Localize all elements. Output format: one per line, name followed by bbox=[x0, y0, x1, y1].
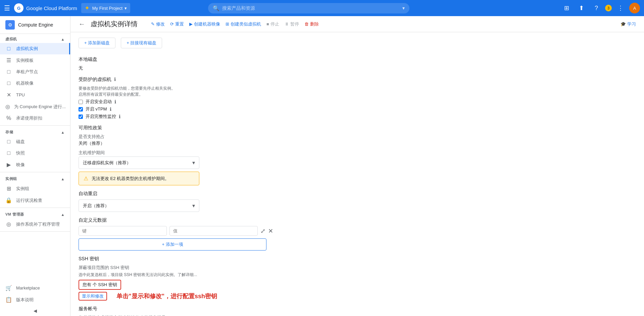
sidebar-item-machine-images[interactable]: □ 机器映像 bbox=[0, 78, 70, 89]
app-logo: G Google Cloud Platform bbox=[14, 3, 77, 13]
avatar[interactable]: A bbox=[629, 3, 640, 13]
sidebar-collapse-btn[interactable]: ◀ bbox=[0, 306, 70, 316]
sidebar-item-compute-ops-label: 为 Compute Engine 进行... bbox=[14, 104, 66, 110]
sidebar-item-marketplace[interactable]: 🛒 Marketplace bbox=[0, 282, 70, 294]
metadata-delete-icon[interactable]: ✕ bbox=[268, 227, 273, 235]
search-dropdown-icon[interactable]: ▾ bbox=[402, 5, 405, 11]
shielded-vm-info-icon[interactable]: ℹ bbox=[114, 77, 116, 82]
content-area: ← 虚拟机实例详情 ✎ 修改 ⟳ 重置 ▶ 创建机器映像 ⊞ 创建类似虚拟机 ■… bbox=[70, 16, 644, 316]
vtpm-checkbox[interactable] bbox=[79, 107, 83, 111]
show-modify-button[interactable]: 显示和修改 bbox=[79, 292, 107, 301]
sidebar-item-instance-templates-label: 实例模板 bbox=[16, 57, 34, 63]
sidebar-item-committed-use[interactable]: % 承诺使用折扣 bbox=[0, 112, 70, 124]
action-edit[interactable]: ✎ 修改 bbox=[151, 21, 165, 27]
auto-restart-title: 自动重启 bbox=[79, 191, 636, 197]
gcp-logo-icon: G bbox=[14, 3, 23, 13]
ssh-count-box: 您有 个 SSH 密钥 bbox=[79, 280, 121, 290]
sidebar: ⚙ Compute Engine 虚拟机 ▲ □ 虚拟机实例 ☰ 实例模板 □ … bbox=[0, 16, 70, 316]
service-account-title: 服务帐号 bbox=[79, 306, 636, 312]
action-stop[interactable]: ■ 停止 bbox=[266, 21, 279, 27]
action-create-similar[interactable]: ⊞ 创建类似虚拟机 bbox=[226, 21, 261, 27]
sidebar-item-release-notes-label: 版本说明 bbox=[16, 297, 34, 303]
sidebar-item-snapshots[interactable]: □ 快照 bbox=[0, 147, 70, 159]
help-icon-btn[interactable]: ? bbox=[590, 2, 602, 14]
main-layout: ⚙ Compute Engine 虚拟机 ▲ □ 虚拟机实例 ☰ 实例模板 □ … bbox=[0, 16, 644, 316]
sidebar-section-instance-groups[interactable]: 实例组 ▲ bbox=[0, 174, 70, 183]
metadata-key-input[interactable] bbox=[79, 226, 167, 236]
checkbox-integrity: 开启完整性监控 ℹ bbox=[79, 114, 636, 120]
tpu-icon: ✕ bbox=[5, 92, 12, 98]
svg-text:G: G bbox=[17, 6, 20, 11]
auto-restart-dropdown[interactable]: 开启（推荐） ▾ bbox=[79, 199, 199, 212]
sidebar-item-machine-images-label: 机器映像 bbox=[16, 80, 34, 86]
disk-buttons: + 添加新磁盘 + 挂接现有磁盘 bbox=[79, 32, 636, 51]
sidebar-item-health-checks[interactable]: 🔒 运行状况检查 bbox=[0, 194, 70, 206]
integrity-checkbox[interactable] bbox=[79, 115, 83, 119]
sidebar-item-vm-instances[interactable]: □ 虚拟机实例 bbox=[0, 43, 70, 54]
sidebar-section-vm-label: 虚拟机 bbox=[5, 37, 17, 42]
sidebar-item-images-label: 映像 bbox=[16, 162, 25, 168]
sidebar-item-committed-use-label: 承诺使用折扣 bbox=[16, 115, 42, 121]
integrity-info-icon[interactable]: ℹ bbox=[119, 114, 120, 119]
sidebar-item-release-notes[interactable]: 📋 版本说明 bbox=[0, 294, 70, 306]
search-icon: 🔍 bbox=[213, 5, 219, 11]
sidebar-item-instance-groups[interactable]: ⊞ 实例组 bbox=[0, 183, 70, 194]
availability-title: 可用性政策 bbox=[79, 125, 636, 131]
project-dropdown-icon: ▾ bbox=[125, 6, 127, 11]
search-input[interactable] bbox=[222, 5, 400, 11]
sidebar-item-snapshots-label: 快照 bbox=[16, 150, 25, 156]
vm-instances-icon: □ bbox=[5, 46, 12, 52]
images-icon: ▶ bbox=[5, 162, 12, 168]
back-button[interactable]: ← bbox=[79, 20, 85, 28]
preemptible-value: 关闭（推荐） bbox=[79, 140, 636, 146]
ssh-annotation-text: 单击"显示和修改"，进行配置ssh密钥 bbox=[116, 292, 217, 300]
sidebar-section-storage-collapse: ▲ bbox=[61, 130, 65, 134]
sidebar-section-storage[interactable]: 存储 ▲ bbox=[0, 127, 70, 136]
add-new-disk-button[interactable]: + 添加新磁盘 bbox=[79, 38, 115, 48]
sidebar-section-ig-collapse: ▲ bbox=[61, 177, 65, 181]
metadata-expand-icon[interactable]: ⤢ bbox=[260, 227, 265, 235]
sidebar-item-images[interactable]: ▶ 映像 bbox=[0, 159, 70, 171]
action-suspend[interactable]: ⏸ 暂停 bbox=[285, 21, 299, 27]
auto-restart-value: 开启（推荐） bbox=[83, 203, 109, 209]
page-title: 虚拟机实例详情 bbox=[91, 19, 138, 29]
sidebar-item-sole-tenant[interactable]: □ 单租户节点 bbox=[0, 66, 70, 78]
sidebar-item-disks-label: 磁盘 bbox=[16, 139, 25, 145]
more-icon-btn[interactable]: ⋮ bbox=[614, 2, 627, 14]
local-disk-value: 无 bbox=[79, 65, 636, 71]
sidebar-item-os-patch[interactable]: ◎ 操作系统补丁程序管理 bbox=[0, 218, 70, 230]
project-dots-icon: ✦ bbox=[85, 4, 90, 12]
maintenance-label: 主机维护期间 bbox=[79, 150, 636, 156]
project-selector[interactable]: ✦ My First Project ▾ bbox=[81, 3, 130, 13]
maintenance-dropdown[interactable]: 迁移虚拟机实例（推荐） ▾ bbox=[79, 156, 199, 169]
action-delete[interactable]: 🗑 删除 bbox=[304, 21, 319, 27]
add-metadata-button[interactable]: + 添加一项 bbox=[79, 238, 266, 251]
snapshots-icon: □ bbox=[5, 150, 12, 156]
checkbox-secure-boot: 开启安全启动 ℹ bbox=[79, 99, 636, 105]
hamburger-menu[interactable]: ☰ bbox=[4, 4, 10, 12]
top-nav-right: ⊞ ⬆ ? 3 ⋮ A bbox=[561, 2, 640, 14]
ssh-notice: 选中此复选框后，项目级 SSH 密钥将无法访问此实例。了解详细... bbox=[79, 272, 636, 278]
secure-boot-checkbox[interactable] bbox=[79, 100, 83, 104]
sidebar-item-compute-ops[interactable]: ◎ 为 Compute Engine 进行... bbox=[0, 101, 70, 112]
action-create-machine-image[interactable]: ▶ 创建机器映像 bbox=[189, 21, 220, 27]
sidebar-item-instance-templates[interactable]: ☰ 实例模板 bbox=[0, 54, 70, 66]
sidebar-section-vm-manager[interactable]: VM 管理器 ▲ bbox=[0, 209, 70, 218]
metadata-value-input[interactable] bbox=[169, 226, 258, 236]
action-reset[interactable]: ⟳ 重置 bbox=[170, 21, 184, 27]
apps-icon-btn[interactable]: ⊞ bbox=[561, 2, 573, 14]
search-bar[interactable]: 🔍 ▾ bbox=[208, 3, 409, 13]
sidebar-section-vm[interactable]: 虚拟机 ▲ bbox=[0, 34, 70, 43]
upload-icon-btn[interactable]: ⬆ bbox=[576, 2, 588, 14]
auto-restart-arrow: ▾ bbox=[192, 202, 195, 209]
checkbox-vtpm: 开启 vTPM ℹ bbox=[79, 106, 636, 112]
sidebar-item-disks[interactable]: □ 磁盘 bbox=[0, 136, 70, 147]
sidebar-item-tpu[interactable]: ✕ TPU bbox=[0, 89, 70, 101]
local-disk-title: 本地磁盘 bbox=[79, 56, 636, 62]
notification-badge[interactable]: 3 bbox=[605, 5, 612, 11]
learn-link[interactable]: 🎓 学习 bbox=[621, 21, 636, 27]
attach-existing-disk-button[interactable]: + 挂接现有磁盘 bbox=[121, 38, 162, 48]
secure-boot-info-icon[interactable]: ℹ bbox=[114, 99, 116, 104]
sidebar-divider-1 bbox=[0, 125, 70, 126]
vtpm-info-icon[interactable]: ℹ bbox=[110, 106, 111, 112]
